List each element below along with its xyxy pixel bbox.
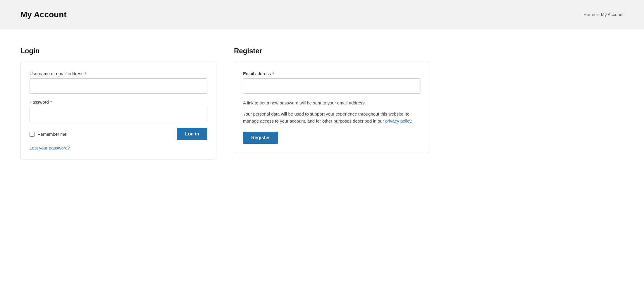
privacy-policy-link[interactable]: privacy policy: [385, 118, 411, 123]
remember-left: Remember me: [30, 132, 66, 137]
register-column: Register Email address * A link to set a…: [234, 47, 430, 159]
remember-row: Remember me Log in: [30, 128, 207, 140]
breadcrumb: Home » My Account: [583, 12, 624, 17]
breadcrumb-separator: »: [597, 12, 599, 17]
login-column: Login Username or email address * Passwo…: [20, 47, 216, 159]
email-field-group: Email address *: [243, 71, 421, 94]
username-input[interactable]: [30, 78, 207, 94]
password-input[interactable]: [30, 107, 207, 122]
login-form-box: Username or email address * Password *: [20, 62, 216, 159]
email-input[interactable]: [243, 78, 421, 94]
main-content: Login Username or email address * Passwo…: [0, 29, 644, 306]
breadcrumb-home[interactable]: Home: [583, 12, 595, 17]
email-required-star: *: [272, 71, 274, 76]
register-texts: A link to set a new password will be sen…: [243, 99, 421, 125]
register-info-text-2: Your personal data will be used to suppo…: [243, 111, 421, 125]
register-section-title: Register: [234, 47, 430, 55]
register-info-text-1: A link to set a new password will be sen…: [243, 99, 421, 106]
password-required-star: *: [50, 99, 52, 104]
register-button[interactable]: Register: [243, 132, 278, 144]
password-field-group: Password *: [30, 99, 207, 122]
register-form-box: Email address * A link to set a new pass…: [234, 62, 430, 153]
remember-label: Remember me: [37, 132, 66, 137]
page-header: My Account Home » My Account: [0, 0, 644, 29]
password-label: Password *: [30, 99, 207, 104]
login-section-title: Login: [20, 47, 216, 55]
lost-password-link[interactable]: Lost your password?: [30, 145, 207, 150]
username-field-group: Username or email address *: [30, 71, 207, 94]
username-label: Username or email address *: [30, 71, 207, 76]
remember-checkbox[interactable]: [30, 132, 35, 137]
two-column-layout: Login Username or email address * Passwo…: [20, 47, 430, 159]
email-label: Email address *: [243, 71, 421, 76]
login-button[interactable]: Log in: [177, 128, 207, 140]
username-required-star: *: [85, 71, 87, 76]
breadcrumb-current: My Account: [601, 12, 624, 17]
page-title: My Account: [20, 10, 67, 19]
